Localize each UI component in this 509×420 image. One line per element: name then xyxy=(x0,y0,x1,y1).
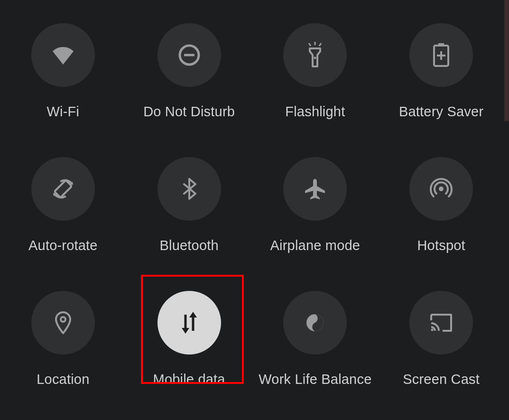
svg-point-13 xyxy=(439,187,444,191)
tile-bluetooth-label: Bluetooth xyxy=(159,238,218,253)
quick-settings-panel: Wi-Fi Do Not Disturb Flashlight xyxy=(0,0,504,420)
tile-hotspot-circle xyxy=(409,157,473,221)
tile-airplane[interactable]: Airplane mode xyxy=(252,139,379,272)
tile-hotspot-label: Hotspot xyxy=(417,238,465,253)
tile-location[interactable]: Location xyxy=(0,272,126,406)
side-accent xyxy=(504,0,509,121)
tile-battery-saver-label: Battery Saver xyxy=(399,104,483,120)
tile-dnd[interactable]: Do Not Disturb xyxy=(126,5,252,139)
location-icon xyxy=(55,311,72,334)
tile-wifi-label: Wi-Fi xyxy=(47,104,80,120)
cast-icon xyxy=(429,313,453,333)
tile-bluetooth-circle xyxy=(157,157,221,221)
tile-screen-cast[interactable]: Screen Cast xyxy=(378,272,504,406)
airplane-icon xyxy=(304,177,326,200)
tile-work-life[interactable]: Work Life Balance xyxy=(252,272,379,406)
bluetooth-icon xyxy=(182,178,196,200)
tile-battery-saver-circle xyxy=(409,23,473,87)
svg-marker-16 xyxy=(182,328,189,334)
tile-mobile-data-circle xyxy=(157,291,221,355)
tile-battery-saver[interactable]: Battery Saver xyxy=(378,5,504,139)
svg-point-14 xyxy=(61,317,65,322)
work-life-balance-icon xyxy=(305,313,324,332)
tile-location-circle xyxy=(31,291,95,355)
svg-point-20 xyxy=(314,317,316,320)
svg-rect-10 xyxy=(54,180,72,198)
tile-wifi-circle xyxy=(31,23,95,87)
tile-airplane-label: Airplane mode xyxy=(270,238,361,253)
svg-point-21 xyxy=(314,326,316,328)
svg-line-4 xyxy=(319,43,321,46)
auto-rotate-icon xyxy=(51,177,75,201)
tile-flashlight[interactable]: Flashlight xyxy=(252,5,379,139)
tile-dnd-label: Do Not Disturb xyxy=(143,104,235,120)
tile-flashlight-label: Flashlight xyxy=(285,104,345,120)
tile-flashlight-circle xyxy=(283,23,347,87)
tile-work-life-label: Work Life Balance xyxy=(259,372,371,387)
tile-bluetooth[interactable]: Bluetooth xyxy=(126,139,252,272)
tile-mobile-data[interactable]: Mobile data xyxy=(126,272,252,406)
tile-mobile-data-label: Mobile data xyxy=(153,372,225,387)
tile-screen-cast-circle xyxy=(409,291,473,355)
svg-point-22 xyxy=(431,328,434,331)
flashlight-icon xyxy=(304,42,326,68)
dnd-icon xyxy=(178,44,201,66)
tile-hotspot[interactable]: Hotspot xyxy=(378,139,504,272)
tile-auto-rotate-circle xyxy=(31,157,95,221)
tile-location-label: Location xyxy=(37,372,89,387)
tile-airplane-circle xyxy=(283,157,347,221)
svg-point-5 xyxy=(314,57,316,59)
tile-auto-rotate[interactable]: Auto-rotate xyxy=(0,139,126,272)
mobile-data-icon xyxy=(179,311,200,335)
hotspot-icon xyxy=(430,177,453,200)
tile-screen-cast-label: Screen Cast xyxy=(403,372,480,387)
tile-auto-rotate-label: Auto-rotate xyxy=(28,238,98,253)
tile-dnd-circle xyxy=(157,23,221,87)
tile-work-life-circle xyxy=(283,291,347,355)
tile-wifi[interactable]: Wi-Fi xyxy=(0,5,126,139)
svg-line-3 xyxy=(309,43,311,46)
svg-marker-18 xyxy=(189,312,197,317)
battery-saver-icon xyxy=(433,43,449,67)
wifi-icon xyxy=(51,46,75,65)
